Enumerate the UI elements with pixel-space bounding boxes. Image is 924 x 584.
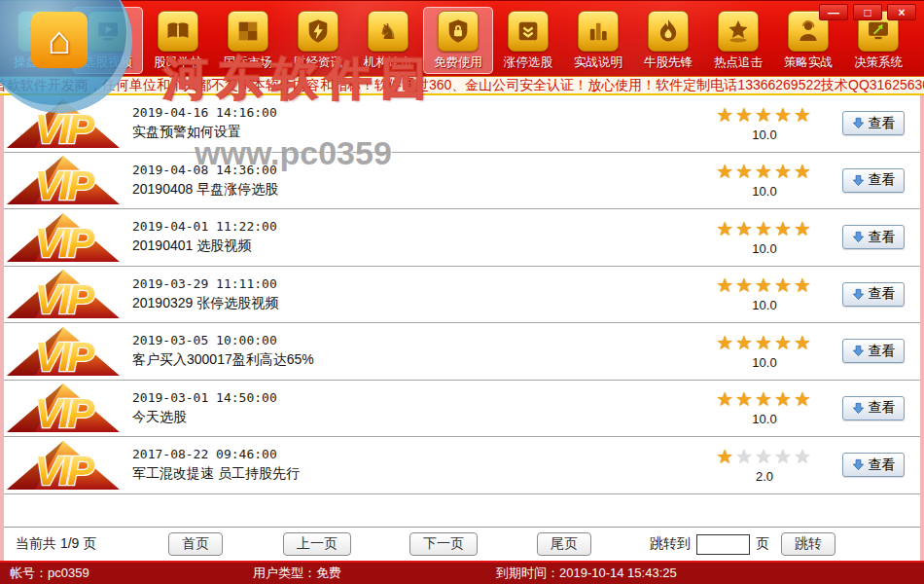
row-rating: ★★★★★ 10.0: [700, 389, 829, 426]
row-score: 10.0: [700, 241, 829, 256]
toolbar-item-label: 免费使用: [434, 55, 482, 71]
toolbar-item-label: 操盘必读: [14, 55, 62, 71]
star-rating-icon: ★★★★★: [700, 219, 829, 238]
row-score: 10.0: [700, 184, 829, 199]
toolbar-item-选股视频[interactable]: 选股视频: [73, 7, 143, 74]
vip-badge-icon: VIP: [6, 155, 128, 205]
home-icon: [18, 11, 58, 52]
vip-video-list: VIP 2019-04-16 14:16:00 实盘预警如何设置 ★★★★★ 1…: [4, 95, 920, 494]
view-button-label: 查看: [869, 399, 896, 417]
toolbar-item-财经资讯[interactable]: 财经资讯: [283, 7, 353, 74]
view-button-label: 查看: [869, 343, 896, 360]
star-rating-icon: ★★★★★: [700, 162, 829, 181]
toolbar-item-机构论市[interactable]: ♞ 机构论市: [353, 7, 423, 74]
row-date: 2019-04-08 14:36:00: [132, 163, 700, 177]
toolbar-item-操盘必读[interactable]: 操盘必读: [3, 7, 73, 74]
row-rating: ★★★★★ 10.0: [700, 162, 829, 199]
bars-icon: [578, 11, 619, 52]
row-action: 查看: [829, 282, 918, 307]
row-action: 查看: [829, 453, 918, 477]
view-button[interactable]: 查看: [842, 339, 905, 363]
minimize-icon[interactable]: —: [819, 4, 848, 20]
star-rating-icon: ★★★★★: [700, 275, 829, 295]
last-page-button[interactable]: 尾页: [537, 532, 591, 556]
row-score: 2.0: [700, 469, 829, 484]
toolbar-item-国际市场[interactable]: 国际市场: [213, 7, 283, 74]
download-arrow-icon: [852, 174, 865, 187]
view-button-label: 查看: [869, 229, 896, 246]
row-action: 查看: [829, 111, 918, 135]
svg-text:VIP: VIP: [35, 163, 96, 205]
toolbar-item-涨停选股[interactable]: 涨停选股: [493, 7, 563, 74]
row-rating: ★★★★★ 10.0: [700, 333, 829, 370]
toolbar-item-免费使用[interactable]: 免费使用: [423, 7, 493, 74]
view-button[interactable]: 查看: [842, 111, 905, 135]
chevrons-icon: [508, 11, 549, 52]
account-label: 帐号：pc0359: [10, 565, 253, 582]
view-button-label: 查看: [869, 456, 896, 474]
row-text: 2019-04-01 11:22:00 20190401 选股视频: [128, 219, 700, 255]
horse-icon: ♞: [368, 11, 409, 52]
toolbar-item-股民学校[interactable]: 股民学校: [143, 7, 213, 74]
next-page-button[interactable]: 下一页: [409, 532, 478, 556]
toolbar-item-热点追击[interactable]: 热点追击: [703, 7, 773, 74]
download-arrow-icon: [852, 117, 865, 129]
toolbar-item-牛股先锋[interactable]: 牛股先锋: [633, 7, 703, 74]
pagination-bar: 当前共 1/9 页 首页 上一页 下一页 尾页 跳转到 页 跳转: [4, 527, 920, 561]
row-date: 2017-08-22 09:46:00: [132, 447, 700, 461]
first-page-button[interactable]: 首页: [168, 532, 223, 556]
view-button-label: 查看: [869, 115, 896, 132]
window-controls: — □ ×: [819, 4, 916, 20]
list-item: VIP 2019-04-16 14:16:00 实盘预警如何设置 ★★★★★ 1…: [4, 95, 920, 153]
toolbar-item-label: 热点追击: [714, 55, 763, 71]
row-date: 2019-03-05 10:00:00: [132, 333, 700, 347]
main-toolbar: 操盘必读 选股视频 股民学校 国际市场 财经资讯 ♞ 机构论市 免费使用 涨停选…: [3, 7, 921, 74]
star-badge-icon: [718, 11, 759, 52]
svg-text:VIP: VIP: [35, 220, 96, 263]
view-button[interactable]: 查看: [842, 453, 905, 477]
row-title: 20190329 张停选股视频: [132, 295, 700, 312]
row-action: 查看: [829, 396, 918, 420]
view-button[interactable]: 查看: [842, 396, 905, 420]
vip-badge-icon: VIP: [6, 383, 128, 433]
vip-badge-icon: VIP: [6, 212, 128, 263]
row-rating: ★★★★★ 10.0: [700, 105, 829, 142]
row-rating: ★★★★★ 10.0: [700, 219, 829, 256]
jump-page-input[interactable]: [696, 534, 750, 555]
app-window: — □ × 操盘必读 选股视频 股民学校 国际市场 财经资讯 ♞ 机构论市 免费…: [0, 0, 924, 584]
school-icon: [158, 11, 198, 52]
content-area: VIP 2019-04-16 14:16:00 实盘预警如何设置 ★★★★★ 1…: [0, 95, 924, 561]
flame-icon: [648, 11, 689, 52]
prev-page-button[interactable]: 上一页: [283, 532, 351, 556]
close-icon[interactable]: ×: [887, 4, 916, 20]
row-date: 2019-03-29 11:11:00: [132, 276, 700, 291]
download-arrow-icon: [852, 288, 865, 301]
star-rating-icon: ★★★★★: [700, 447, 829, 466]
notice-text: 首款软件开发商，任何单位和个人都不复制本软件内容和指标！软件通过360、金山公司…: [0, 77, 924, 94]
vip-badge-icon: VIP: [6, 326, 128, 377]
view-button[interactable]: 查看: [842, 282, 905, 307]
jump-button[interactable]: 跳转: [781, 532, 835, 556]
view-button[interactable]: 查看: [842, 168, 905, 193]
row-title: 客户买入300017盈利高达65%: [132, 351, 700, 369]
view-button[interactable]: 查看: [842, 225, 905, 249]
row-title: 实盘预警如何设置: [132, 124, 700, 141]
toolbar-item-label: 财经资讯: [294, 55, 342, 71]
row-text: 2017-08-22 09:46:00 军工混改提速 员工持股先行: [128, 447, 700, 483]
maximize-icon[interactable]: □: [853, 4, 882, 20]
row-score: 10.0: [700, 128, 829, 142]
toolbar-item-label: 机构论市: [364, 55, 412, 71]
row-rating: ★★★★★ 2.0: [700, 447, 829, 484]
list-item: VIP 2019-03-05 10:00:00 客户买入300017盈利高达65…: [4, 323, 920, 381]
star-rating-icon: ★★★★★: [700, 105, 829, 125]
row-text: 2019-04-16 14:16:00 实盘预警如何设置: [128, 105, 700, 141]
row-date: 2019-03-01 14:50:00: [132, 390, 700, 405]
row-action: 查看: [829, 168, 918, 193]
row-date: 2019-04-16 14:16:00: [132, 105, 700, 120]
page-unit-label: 页: [756, 535, 769, 553]
row-text: 2019-03-01 14:50:00 今天选股: [128, 390, 700, 426]
row-score: 10.0: [700, 355, 829, 370]
toolbar-item-实战说明[interactable]: 实战说明: [563, 7, 633, 74]
video-icon: [88, 11, 128, 52]
svg-text:VIP: VIP: [35, 390, 96, 433]
